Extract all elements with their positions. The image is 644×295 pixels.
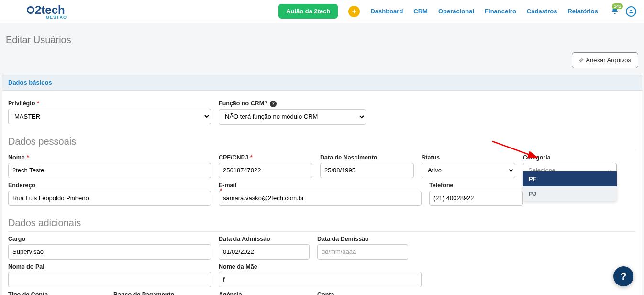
label-data-demissao: Data da Demissão <box>317 236 408 242</box>
attach-label: Anexar Arquivos <box>586 57 631 64</box>
label-conta: Conta <box>317 291 379 295</box>
help-fab-button[interactable]: ? <box>613 266 633 286</box>
page-title: Editar Usuários <box>0 23 644 52</box>
user-icon <box>628 9 634 14</box>
nav-right: Aulão da 2tech + Dashboard CRM Operacion… <box>278 4 636 19</box>
input-nome[interactable] <box>8 163 211 178</box>
nav-operacional[interactable]: Operacional <box>438 8 474 15</box>
logo: 2tech GESTÃO <box>27 3 67 20</box>
help-icon[interactable]: ? <box>270 101 277 107</box>
attach-files-button[interactable]: Anexar Arquivos <box>572 52 638 68</box>
label-data-nasc: Data de Nascimento <box>320 154 414 161</box>
input-data-demissao[interactable] <box>317 244 408 260</box>
label-status: Status <box>422 154 515 161</box>
svg-point-0 <box>630 10 632 11</box>
categoria-dropdown-menu: PF PJ <box>523 171 617 201</box>
nav-crm[interactable]: CRM <box>413 8 428 15</box>
attach-row: Anexar Arquivos <box>0 52 644 75</box>
notifications-button[interactable]: 141 <box>611 6 619 16</box>
label-data-admissao: Data da Admissão <box>219 236 310 242</box>
label-nome-mae: Nome da Mãe <box>219 263 422 270</box>
select-status[interactable]: Ativo <box>422 163 515 178</box>
label-nome: Nome* <box>8 154 211 161</box>
label-banco-pagamento: Banco de Pagamento <box>113 291 211 295</box>
bell-badge: 141 <box>612 3 623 9</box>
nav-financeiro[interactable]: Financeiro <box>485 8 516 15</box>
aulao-button[interactable]: Aulão da 2tech <box>278 4 338 19</box>
form-area: Privilégio* MASTER Função no CRM?? NÃO t… <box>2 91 642 295</box>
select-privilegio[interactable]: MASTER <box>8 109 211 124</box>
label-nome-pai: Nome do Pai <box>8 263 211 270</box>
categoria-option-pj[interactable]: PJ <box>523 186 617 201</box>
label-endereco: Endereço <box>8 182 211 189</box>
user-menu[interactable] <box>626 6 636 17</box>
nav-icons: 141 <box>611 6 636 17</box>
input-cpf[interactable] <box>219 163 312 178</box>
subsection-dados-pessoais: Dados pessoais <box>8 125 636 150</box>
label-funcao-crm: Função no CRM?? <box>219 100 366 107</box>
label-tipo-conta: Tipo de Conta <box>8 291 106 295</box>
paperclip-icon <box>579 57 584 63</box>
email-required-asterisk: * <box>220 187 222 194</box>
label-agencia: Agência <box>219 291 310 295</box>
label-categoria: Categoria <box>523 154 617 161</box>
input-email[interactable] <box>219 191 422 206</box>
input-data-admissao[interactable] <box>219 244 310 260</box>
subsection-dados-adicionais: Dados adicionais <box>8 206 636 232</box>
label-telefone: Telefone <box>429 182 523 189</box>
nav-relatorios[interactable]: Relatórios <box>567 8 598 15</box>
input-endereco[interactable] <box>8 191 211 206</box>
label-cpf: CPF/CNPJ* <box>219 154 312 161</box>
categoria-option-pf[interactable]: PF <box>523 171 617 186</box>
input-data-nasc[interactable] <box>320 163 414 178</box>
select-funcao-crm[interactable]: NÃO terá função no módulo CRM <box>219 109 366 125</box>
add-button[interactable]: + <box>348 6 360 17</box>
label-email: E-mail <box>219 182 422 189</box>
logo-dot-icon <box>27 6 34 14</box>
input-nome-pai[interactable] <box>8 272 211 287</box>
label-privilegio: Privilégio* <box>8 100 211 107</box>
top-nav: 2tech GESTÃO Aulão da 2tech + Dashboard … <box>0 0 644 23</box>
nav-dashboard[interactable]: Dashboard <box>370 8 403 15</box>
input-cargo[interactable] <box>8 244 211 260</box>
input-telefone[interactable] <box>429 191 523 206</box>
label-cargo: Cargo <box>8 236 211 242</box>
input-nome-mae[interactable] <box>219 272 422 287</box>
section-dados-basicos-header: Dados básicos <box>2 75 642 91</box>
nav-cadastros[interactable]: Cadastros <box>527 8 557 15</box>
logo-subtext: GESTÃO <box>46 15 67 20</box>
